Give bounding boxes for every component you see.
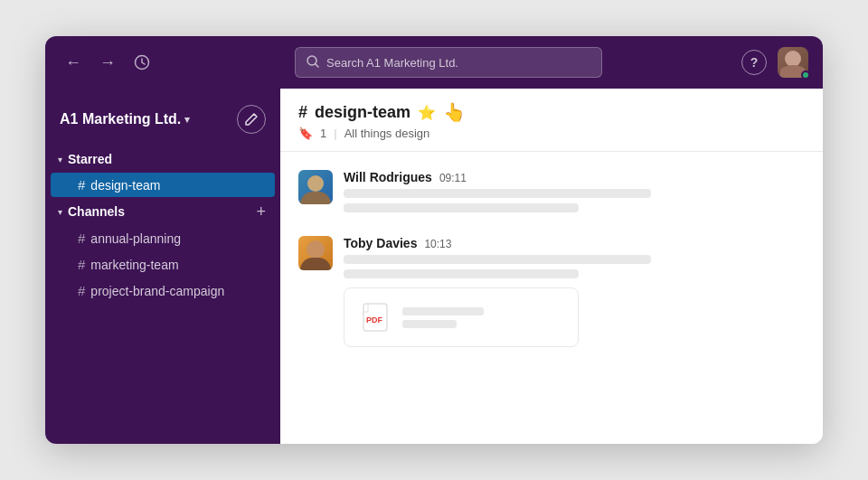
message-author: Will Rodrigues [344, 170, 432, 184]
channels-section-header[interactable]: ▾ Channels + [45, 198, 280, 225]
message-row: Toby Davies 10:13 PDF [298, 236, 805, 347]
online-status-dot [801, 71, 810, 80]
attachment-info [402, 307, 484, 328]
app-window: ← → Search A1 Marketing Ltd. ? [45, 36, 823, 444]
pdf-icon: PDF [359, 299, 392, 335]
message-line [344, 269, 579, 278]
meta-divider: | [334, 127, 336, 140]
channel-header: # design-team ⭐ 👆 🔖 1 | All things desig… [280, 89, 823, 152]
hash-icon: # [78, 283, 85, 298]
sidebar-item-annual-planning[interactable]: # annual-planning [51, 226, 275, 250]
hash-icon: # [78, 257, 85, 272]
message-time: 09:11 [439, 172, 467, 184]
message-row: Will Rodrigues 09:11 [298, 170, 805, 218]
message-line [344, 189, 651, 198]
message-body: Will Rodrigues 09:11 [344, 170, 805, 218]
forward-button[interactable]: → [94, 50, 121, 76]
avatar-will [298, 170, 333, 204]
help-button[interactable]: ? [741, 50, 767, 75]
svg-line-2 [316, 64, 318, 67]
bookmark-icon: 🔖 [298, 127, 313, 140]
workspace-header: A1 Marketing Ltd. ▾ [45, 99, 280, 146]
search-placeholder: Search A1 Marketing Ltd. [326, 56, 458, 70]
channel-meta: 🔖 1 | All things design [298, 127, 805, 140]
channel-name-label: marketing-team [90, 258, 178, 272]
attach-size-line [402, 320, 457, 328]
attach-title-line [402, 307, 484, 315]
starred-label: Starred [68, 152, 268, 166]
back-button[interactable]: ← [60, 50, 87, 76]
channels-triangle-icon: ▾ [58, 207, 62, 217]
message-line [344, 203, 579, 212]
chat-area: # design-team ⭐ 👆 🔖 1 | All things desig… [280, 89, 823, 444]
workspace-chevron-icon: ▾ [184, 114, 190, 126]
cursor-hand-icon: 👆 [443, 101, 466, 123]
search-bar[interactable]: Search A1 Marketing Ltd. [295, 47, 602, 78]
channel-description: All things design [344, 127, 430, 140]
svg-text:PDF: PDF [366, 315, 383, 325]
sidebar: A1 Marketing Ltd. ▾ ▾ Starred # design-t… [45, 89, 280, 444]
title-bar: ← → Search A1 Marketing Ltd. ? [45, 36, 823, 89]
message-body: Toby Davies 10:13 PDF [344, 236, 805, 347]
channel-name-heading: design-team [315, 103, 410, 122]
sidebar-item-design-team[interactable]: # design-team [51, 173, 275, 197]
sidebar-item-marketing-team[interactable]: # marketing-team [51, 252, 275, 277]
message-header: Toby Davies 10:13 [344, 236, 805, 250]
starred-section-header[interactable]: ▾ Starred [45, 146, 280, 172]
avatar-toby [298, 236, 333, 270]
file-attachment[interactable]: PDF [344, 287, 579, 347]
workspace-label: A1 Marketing Ltd. [60, 111, 181, 127]
message-header: Will Rodrigues 09:11 [344, 170, 805, 184]
add-channel-button[interactable]: + [254, 203, 268, 220]
search-icon [307, 55, 319, 71]
sidebar-item-project-brand-campaign[interactable]: # project-brand-campaign [51, 278, 275, 303]
user-avatar-wrapper[interactable] [778, 47, 808, 78]
channel-name-label: design-team [90, 178, 160, 193]
message-line [344, 255, 651, 264]
channel-hash-symbol: # [298, 103, 307, 122]
starred-triangle-icon: ▾ [58, 155, 62, 165]
channel-name-label: project-brand-campaign [90, 284, 224, 298]
channels-label: Channels [68, 204, 249, 219]
compose-button[interactable] [237, 105, 266, 134]
workspace-name-button[interactable]: A1 Marketing Ltd. ▾ [60, 111, 190, 127]
channel-star-icon[interactable]: ⭐ [418, 104, 436, 121]
member-count: 1 [320, 127, 326, 140]
main-content: A1 Marketing Ltd. ▾ ▾ Starred # design-t… [45, 89, 823, 444]
nav-buttons: ← → [60, 50, 156, 76]
messages-container: Will Rodrigues 09:11 Toby Davies 10:13 [280, 152, 823, 444]
hash-icon: # [78, 231, 85, 246]
channel-title-row: # design-team ⭐ 👆 [298, 101, 805, 123]
history-button[interactable] [128, 51, 156, 74]
message-author: Toby Davies [344, 236, 417, 250]
channel-name-label: annual-planning [90, 231, 181, 246]
message-time: 10:13 [424, 238, 451, 250]
hash-icon: # [78, 177, 85, 193]
